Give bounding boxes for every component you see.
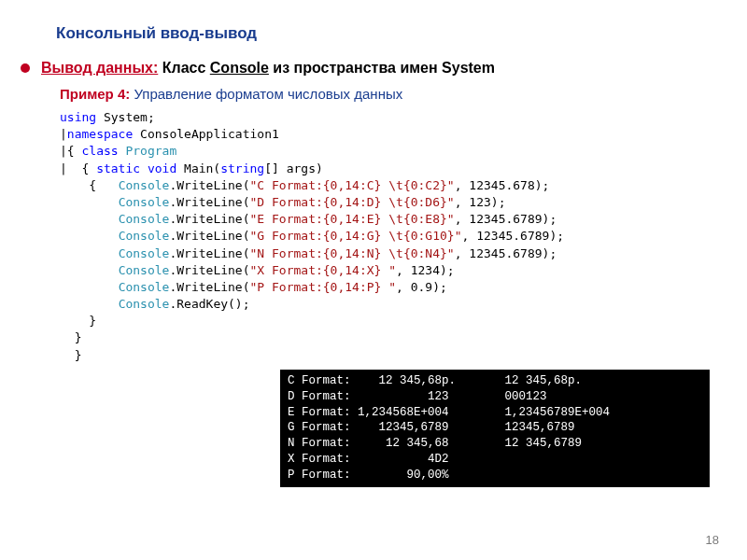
- code-token: "X Format:{0,14:X} ": [250, 263, 397, 277]
- code-token: [60, 212, 119, 226]
- example-desc: Управление форматом числовых данных: [134, 86, 402, 102]
- code-token: | {: [60, 161, 96, 175]
- code-token: ConsoleApplication1: [140, 127, 279, 141]
- code-token: "G Format:{0,14:G} \t{0:G10}": [250, 229, 462, 243]
- code-token: using: [60, 110, 104, 124]
- code-line: Console.WriteLine("E Format:{0,14:E} \t{…: [60, 211, 710, 228]
- subtitle-red: Вывод данных:: [41, 60, 158, 76]
- code-token: static void: [96, 161, 184, 175]
- code-token: , 123);: [455, 195, 506, 209]
- code-token: }: [60, 348, 81, 362]
- code-block: using System;|namespace ConsoleApplicati…: [60, 109, 710, 364]
- code-line: Console.WriteLine("X Format:{0,14:X} ", …: [60, 262, 710, 279]
- code-token: "C Format:{0,14:C} \t{0:C2}": [250, 178, 455, 192]
- bullet-icon: [21, 63, 30, 73]
- code-token: [60, 246, 119, 260]
- console-output: C Format: 12 345,68p. 12 345,68p. D Form…: [280, 370, 710, 487]
- code-token: Main(: [184, 161, 220, 175]
- code-token: [60, 297, 119, 311]
- code-token: }: [60, 330, 81, 344]
- code-token: Console: [119, 195, 170, 209]
- code-token: [60, 229, 119, 243]
- code-token: .WriteLine(: [169, 195, 249, 209]
- code-line: { Console.WriteLine("C Format:{0,14:C} \…: [60, 177, 710, 194]
- slide-title: Консольный ввод-вывод: [56, 24, 710, 43]
- code-token: , 12345.6789);: [455, 246, 557, 260]
- code-token: System;: [104, 110, 155, 124]
- code-line: Console.WriteLine("N Format:{0,14:N} \t{…: [60, 245, 710, 262]
- code-token: "D Format:{0,14:D} \t{0:D6}": [250, 195, 455, 209]
- code-token: .WriteLine(: [169, 280, 249, 294]
- code-line: }: [60, 329, 710, 346]
- code-token: "N Format:{0,14:N} \t{0:N4}": [250, 246, 455, 260]
- code-token: Program: [125, 144, 176, 158]
- code-line: Console.WriteLine("P Format:{0,14:P} ", …: [60, 279, 710, 296]
- slide: Консольный ввод-вывод Вывод данных: Клас…: [0, 0, 747, 560]
- code-line: Console.ReadKey();: [60, 296, 710, 313]
- code-token: , 0.9);: [396, 280, 447, 294]
- code-token: |: [60, 127, 67, 141]
- code-token: , 12345.6789);: [462, 229, 565, 243]
- code-token: .WriteLine(: [169, 212, 249, 226]
- code-token: .WriteLine(: [169, 263, 249, 277]
- code-line: }: [60, 347, 710, 364]
- code-token: class: [81, 144, 125, 158]
- code-token: |{: [60, 144, 81, 158]
- code-token: , 12345.678);: [455, 178, 550, 192]
- code-token: Console: [119, 229, 170, 243]
- code-token: [60, 263, 119, 277]
- code-token: [] args): [264, 161, 323, 175]
- code-token: "E Format:{0,14:E} \t{0:E8}": [250, 212, 455, 226]
- code-line: |namespace ConsoleApplication1: [60, 126, 710, 143]
- code-token: namespace: [67, 127, 140, 141]
- code-token: , 12345.6789);: [455, 212, 557, 226]
- code-token: , 1234);: [396, 263, 455, 277]
- code-token: Console: [119, 263, 170, 277]
- code-line: Console.WriteLine("D Format:{0,14:D} \t{…: [60, 194, 710, 211]
- code-token: Console: [119, 246, 170, 260]
- code-token: .WriteLine(: [169, 178, 249, 192]
- code-token: Console: [119, 280, 170, 294]
- code-token: .ReadKey();: [169, 297, 249, 311]
- code-token: .WriteLine(: [169, 246, 249, 260]
- code-token: Console: [119, 178, 170, 192]
- code-token: Console: [119, 212, 170, 226]
- code-line: |{ class Program: [60, 143, 710, 160]
- subtitle-prefix: Класс: [158, 60, 210, 76]
- code-line: }: [60, 313, 710, 329]
- code-token: "P Format:{0,14:P} ": [250, 280, 397, 294]
- example-label: Пример 4:: [60, 86, 134, 102]
- code-token: [60, 280, 119, 294]
- subtitle-console: Console: [210, 60, 269, 76]
- code-token: .WriteLine(: [169, 229, 249, 243]
- code-token: {: [60, 178, 119, 192]
- page-number: 18: [706, 533, 719, 547]
- subtitle-text: Вывод данных: Класс Console из пространс…: [41, 60, 495, 77]
- code-line: | { static void Main(string[] args): [60, 161, 710, 177]
- code-token: string: [220, 161, 264, 175]
- code-token: [60, 195, 119, 209]
- code-line: using System;: [60, 109, 710, 126]
- code-token: }: [60, 314, 96, 328]
- code-token: Console: [119, 297, 170, 311]
- subtitle-row: Вывод данных: Класс Console из пространс…: [37, 60, 710, 77]
- example-line: Пример 4: Управление форматом числовых д…: [60, 86, 710, 102]
- subtitle-suffix: из пространства имен System: [269, 60, 495, 76]
- code-line: Console.WriteLine("G Format:{0,14:G} \t{…: [60, 228, 710, 245]
